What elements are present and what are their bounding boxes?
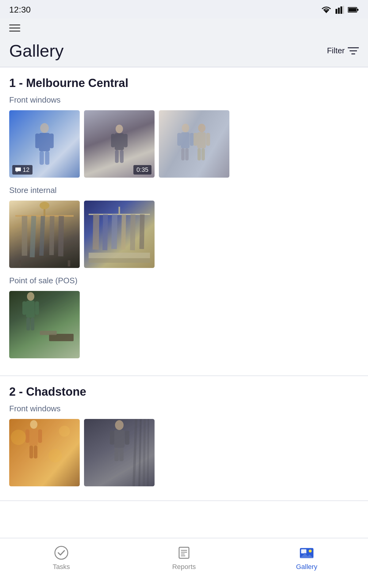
- tasks-label: Tasks: [53, 563, 70, 571]
- image-grid-front-windows-2: [9, 419, 359, 486]
- svg-point-11: [40, 123, 49, 133]
- image-grid-pos: [9, 291, 359, 358]
- filter-button[interactable]: Filter: [327, 46, 359, 55]
- svg-rect-77: [119, 448, 124, 461]
- svg-rect-89: [301, 549, 306, 553]
- svg-rect-27: [181, 148, 185, 160]
- page-title-row: Gallery Filter: [0, 35, 368, 67]
- svg-rect-24: [181, 132, 190, 148]
- svg-rect-57: [22, 301, 26, 315]
- svg-rect-6: [348, 8, 356, 12]
- svg-line-47: [96, 214, 96, 250]
- svg-rect-75: [125, 431, 129, 445]
- svg-line-40: [41, 216, 43, 256]
- svg-point-37: [40, 202, 49, 209]
- content-area: 1 - Melbourne Central Front windows: [0, 67, 368, 588]
- svg-rect-34: [201, 148, 205, 160]
- svg-rect-28: [185, 148, 189, 160]
- category-store-internal: Store internal: [9, 186, 359, 195]
- svg-line-48: [105, 214, 105, 250]
- svg-rect-74: [110, 431, 114, 445]
- svg-line-78: [134, 419, 136, 486]
- svg-rect-33: [197, 148, 201, 160]
- tasks-icon: [54, 545, 69, 560]
- svg-rect-65: [25, 429, 29, 443]
- svg-line-80: [144, 419, 145, 486]
- store-section-melbourne: 1 - Melbourne Central Front windows: [0, 67, 368, 376]
- svg-rect-56: [26, 301, 35, 318]
- svg-rect-66: [38, 429, 42, 443]
- bottom-nav: Tasks Reports Gallery: [0, 538, 368, 588]
- thumb-ch1[interactable]: [9, 419, 80, 486]
- svg-rect-83: [179, 547, 189, 558]
- svg-rect-3: [340, 6, 342, 14]
- svg-rect-15: [40, 151, 44, 165]
- category-pos: Point of sale (POS): [9, 276, 359, 285]
- svg-point-71: [48, 449, 62, 462]
- svg-rect-7: [357, 9, 358, 11]
- svg-rect-16: [45, 151, 49, 165]
- image-grid-front-windows-1: 12 0:35: [9, 110, 359, 178]
- svg-line-51: [132, 214, 133, 250]
- svg-point-82: [55, 546, 68, 559]
- svg-rect-1: [335, 9, 337, 14]
- svg-point-23: [182, 124, 189, 132]
- thumb-fw2[interactable]: 0:35: [84, 110, 155, 178]
- svg-rect-76: [114, 448, 119, 461]
- status-time: 12:30: [9, 5, 31, 15]
- nav-item-reports[interactable]: Reports: [159, 545, 209, 571]
- thumb-si1[interactable]: [9, 201, 80, 268]
- reports-icon: [176, 545, 192, 560]
- gallery-label: Gallery: [296, 563, 317, 571]
- svg-line-49: [114, 214, 115, 249]
- thumb-ch2[interactable]: [84, 419, 155, 486]
- svg-point-63: [30, 420, 37, 429]
- gallery-icon: [299, 545, 314, 560]
- svg-line-52: [142, 214, 142, 249]
- thumb-fw3[interactable]: [159, 110, 229, 178]
- toolbar: [0, 18, 368, 35]
- thumb-fw1[interactable]: 12: [9, 110, 80, 178]
- thumb-si2[interactable]: [84, 201, 155, 268]
- nav-item-gallery[interactable]: Gallery: [282, 545, 331, 571]
- filter-label: Filter: [327, 46, 345, 55]
- battery-icon: [348, 7, 359, 13]
- svg-rect-20: [124, 134, 128, 147]
- store-section-chadstone: 2 - Chadstone Front windows: [0, 376, 368, 501]
- svg-rect-30: [197, 132, 206, 148]
- svg-line-39: [32, 216, 34, 257]
- svg-point-69: [11, 430, 26, 445]
- nav-item-tasks[interactable]: Tasks: [37, 545, 86, 571]
- svg-rect-59: [26, 318, 30, 330]
- thumb-pos1[interactable]: [9, 291, 80, 358]
- svg-line-50: [123, 214, 124, 250]
- status-icons: [321, 6, 359, 14]
- store-title-chadstone: 2 - Chadstone: [9, 385, 359, 398]
- svg-rect-60: [31, 318, 34, 330]
- svg-line-79: [139, 419, 141, 486]
- hamburger-menu-button[interactable]: [9, 24, 20, 32]
- svg-rect-19: [111, 134, 115, 147]
- svg-point-17: [116, 125, 123, 133]
- store-title-melbourne: 1 - Melbourne Central: [9, 77, 359, 90]
- svg-rect-21: [115, 150, 119, 163]
- svg-rect-54: [89, 258, 150, 263]
- svg-marker-0: [324, 10, 329, 13]
- filter-icon: [348, 47, 359, 55]
- svg-rect-73: [114, 430, 125, 448]
- svg-rect-32: [206, 133, 210, 146]
- svg-rect-31: [194, 133, 197, 146]
- svg-rect-26: [190, 133, 194, 146]
- status-bar: 12:30: [0, 0, 368, 18]
- svg-rect-14: [49, 134, 54, 148]
- svg-rect-58: [35, 301, 39, 315]
- svg-line-81: [148, 419, 148, 486]
- image-grid-store-internal: [9, 201, 359, 268]
- svg-rect-53: [89, 253, 150, 258]
- svg-rect-68: [34, 446, 37, 458]
- page-title: Gallery: [9, 41, 63, 61]
- svg-rect-18: [115, 133, 124, 150]
- svg-point-29: [198, 124, 205, 132]
- svg-point-70: [59, 426, 70, 437]
- svg-rect-64: [29, 429, 38, 446]
